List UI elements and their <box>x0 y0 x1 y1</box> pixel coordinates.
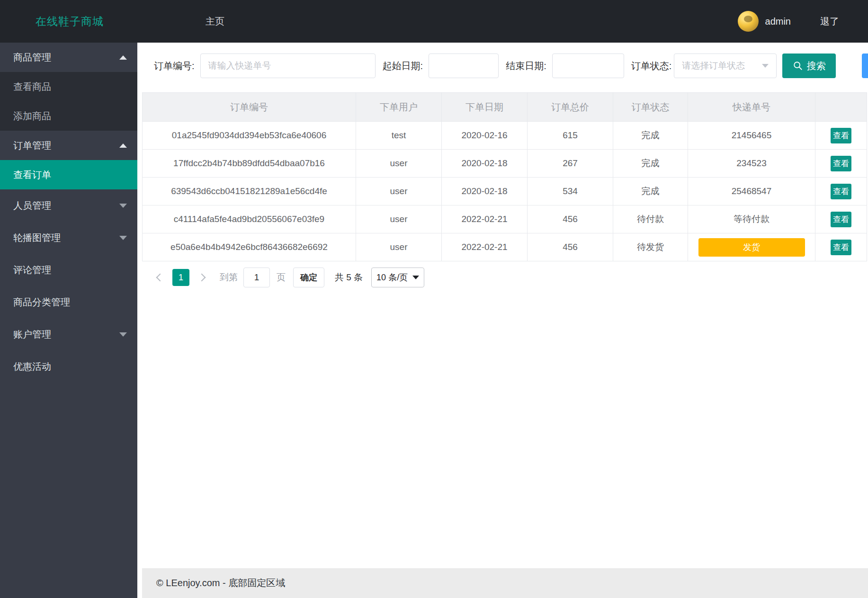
sidebar-item-sub[interactable]: 查看商品 <box>0 72 137 101</box>
column-header: 订单编号 <box>143 93 356 121</box>
order-status-label: 订单状态: <box>631 60 672 72</box>
table-row: 639543d6ccb04151821289a1e56cd4fe user 20… <box>143 178 867 205</box>
page-unit-label: 页 <box>277 271 286 284</box>
sidebar-item-parent[interactable]: 轮播图管理 <box>0 222 137 254</box>
cell-tracking: 25468547 <box>688 178 815 205</box>
chevron-down-icon <box>119 236 127 240</box>
cell-date: 2020-02-18 <box>442 150 528 177</box>
nav-home[interactable]: 主页 <box>206 15 224 28</box>
sidebar-item-sub[interactable]: 添加商品 <box>0 101 137 131</box>
sidebar-item-parent[interactable]: 订单管理 <box>0 131 137 160</box>
cell-user: test <box>356 122 442 149</box>
page-number-button[interactable]: 1 <box>172 269 189 286</box>
sidebar-item-label: 商品分类管理 <box>13 296 70 309</box>
chevron-down-icon <box>762 64 769 68</box>
page-size-select[interactable]: 10 条/页 <box>371 268 424 287</box>
cell-status: 完成 <box>613 150 688 177</box>
search-button-label: 搜索 <box>807 60 826 72</box>
table-row: 01a2545fd9034dd394eb53fca6e40606 test 20… <box>143 122 867 150</box>
admin-page: 在线鞋子商城 主页 admin 退了 商品管理 查看商品 添加商品 订单管理 <box>0 0 868 598</box>
confirm-page-button[interactable]: 确定 <box>293 268 324 287</box>
order-status-select[interactable]: 请选择订单状态 <box>674 54 777 78</box>
cell-tracking: 234523 <box>688 150 815 177</box>
cell-tracking: 发货 <box>688 233 815 261</box>
sidebar-item-label: 评论管理 <box>13 264 51 277</box>
cell-status: 完成 <box>613 178 688 205</box>
cell-action: 查看 <box>815 205 867 233</box>
sidebar-item-active[interactable]: 查看订单 <box>0 160 137 189</box>
sidebar-item-label: 轮播图管理 <box>13 232 61 244</box>
cell-order-no: e50a6e4b4b4942e6bcf86436682e6692 <box>143 233 356 261</box>
column-header: 快递单号 <box>688 93 815 121</box>
prev-page-icon[interactable] <box>156 274 164 282</box>
order-no-label: 订单编号: <box>154 60 195 72</box>
order-status-placeholder: 请选择订单状态 <box>682 60 745 72</box>
cell-order-no: 17ffdcc2b4b74bb89dfdd54dbaa07b16 <box>143 150 356 177</box>
sidebar-item-parent[interactable]: 人员管理 <box>0 189 137 222</box>
goto-page-input[interactable] <box>243 268 270 287</box>
view-order-button[interactable]: 查看 <box>831 128 851 143</box>
sidebar-item-label: 添加商品 <box>13 110 51 123</box>
sidebar-item-parent[interactable]: 优惠活动 <box>0 350 137 383</box>
chevron-down-icon <box>412 276 419 279</box>
footer-copyright: © LEenjoy.com - 底部固定区域 <box>156 577 285 589</box>
cell-date: 2020-02-18 <box>442 178 528 205</box>
column-header: 订单状态 <box>613 93 688 121</box>
user-avatar[interactable] <box>738 11 759 32</box>
search-icon <box>793 61 803 71</box>
next-page-icon[interactable] <box>198 274 206 282</box>
view-order-button[interactable]: 查看 <box>831 156 851 171</box>
sidebar-item-label: 查看商品 <box>13 80 51 93</box>
cell-status: 完成 <box>613 122 688 149</box>
filter-bar: 订单编号: 起始日期: 结束日期: 订单状态: 请选择订单状态 搜索 <box>142 54 868 78</box>
sidebar-item-parent[interactable]: 账户管理 <box>0 318 137 350</box>
cell-total: 267 <box>528 150 613 177</box>
chevron-up-icon <box>119 55 127 60</box>
total-count-label: 共 5 条 <box>335 271 363 284</box>
chevron-down-icon <box>119 204 127 208</box>
chevron-down-icon <box>119 332 127 337</box>
cell-date: 2022-02-21 <box>442 205 528 233</box>
username: admin <box>765 16 791 27</box>
column-header: 下单用户 <box>356 93 442 121</box>
cell-user: user <box>356 233 442 261</box>
view-order-button[interactable]: 查看 <box>831 212 851 227</box>
table-body: 01a2545fd9034dd394eb53fca6e40606 test 20… <box>143 122 867 261</box>
cell-action: 查看 <box>815 178 867 205</box>
logout-link[interactable]: 退了 <box>820 15 839 28</box>
column-header: 下单日期 <box>442 93 528 121</box>
view-order-button[interactable]: 查看 <box>831 184 851 199</box>
sidebar-item-label: 商品管理 <box>13 51 51 64</box>
sidebar-item-parent[interactable]: 评论管理 <box>0 254 137 286</box>
cell-total: 615 <box>528 122 613 149</box>
app-logo: 在线鞋子商城 <box>36 14 104 29</box>
table-row: 17ffdcc2b4b74bb89dfdd54dbaa07b16 user 20… <box>143 150 867 178</box>
cell-total: 456 <box>528 205 613 233</box>
cell-action: 查看 <box>815 122 867 149</box>
order-no-input[interactable] <box>200 54 376 78</box>
search-button[interactable]: 搜索 <box>782 54 836 78</box>
cell-tracking: 21456465 <box>688 122 815 149</box>
main-content: 订单编号: 起始日期: 结束日期: 订单状态: 请选择订单状态 搜索 <box>137 43 868 598</box>
ship-button[interactable]: 发货 <box>698 238 805 257</box>
table-row: c41114afa5fe4ad9bd20556067e03fe9 user 20… <box>143 205 867 233</box>
start-date-input[interactable] <box>429 54 499 78</box>
body-wrap: 商品管理 查看商品 添加商品 订单管理 查看订单 人员管理 轮播图管理 <box>0 43 868 598</box>
table-header-row: 订单编号下单用户下单日期订单总价订单状态快递单号 <box>143 93 867 122</box>
sidebar-item-label: 优惠活动 <box>13 360 51 373</box>
orders-table: 订单编号下单用户下单日期订单总价订单状态快递单号 01a2545fd9034dd… <box>142 92 867 261</box>
page-size-value: 10 条/页 <box>376 272 408 283</box>
cell-action: 查看 <box>815 233 867 261</box>
clipped-blue-button[interactable] <box>862 54 868 78</box>
view-order-button[interactable]: 查看 <box>831 240 851 255</box>
cell-user: user <box>356 150 442 177</box>
cell-order-no: 01a2545fd9034dd394eb53fca6e40606 <box>143 122 356 149</box>
end-date-input[interactable] <box>552 54 624 78</box>
sidebar-item-parent[interactable]: 商品管理 <box>0 43 137 72</box>
goto-page-label: 到第 <box>220 271 238 284</box>
chevron-up-icon <box>119 143 127 148</box>
start-date-label: 起始日期: <box>383 60 423 72</box>
sidebar-item-label: 订单管理 <box>13 139 51 152</box>
sidebar-item-label: 人员管理 <box>13 199 51 212</box>
sidebar-item-parent[interactable]: 商品分类管理 <box>0 286 137 318</box>
